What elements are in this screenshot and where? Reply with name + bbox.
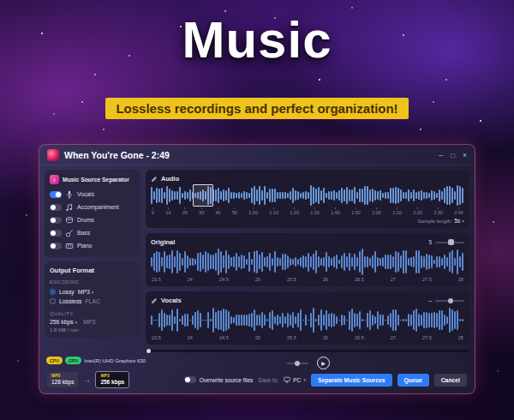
tick-label: 28: [458, 335, 463, 340]
timeline-scrollbar[interactable]: [146, 350, 469, 352]
maximize-icon[interactable]: □: [451, 151, 455, 159]
lossless-label: Lossless: [59, 298, 81, 304]
stem-row: Bass: [50, 226, 135, 239]
stem-toggle[interactable]: [50, 243, 62, 249]
tick-label: 1:50: [351, 207, 361, 215]
tick-label: 1:30: [310, 207, 320, 215]
queue-button[interactable]: Queue: [397, 374, 429, 387]
tick-label: 24: [188, 335, 193, 340]
sidebar: ♪ Music Source Separator Vocals Accompan…: [45, 170, 140, 366]
tick-label: 24.5: [219, 277, 229, 282]
slider-thumb[interactable]: [448, 239, 454, 245]
audio-waveform-wrap: [151, 185, 464, 206]
original-waveform[interactable]: [151, 249, 464, 275]
vocals-time-ruler: 23.52424.52525.52626.52727.528: [151, 335, 464, 340]
chevron-down-icon: ▾: [462, 219, 464, 224]
minus-icon[interactable]: –: [428, 297, 432, 303]
lossless-option[interactable]: Lossless FLAC: [50, 297, 135, 306]
stem-toggle[interactable]: [50, 204, 62, 211]
sample-length-value: 5s: [455, 218, 461, 224]
overwrite-toggle[interactable]: [184, 376, 196, 383]
tick-label: 2:00: [372, 207, 381, 215]
arrow-right-icon: →: [83, 376, 90, 384]
save-location-dropdown[interactable]: PC ▾: [284, 376, 306, 383]
lossy-format-value: MP3: [78, 289, 90, 295]
stem-row: Drums: [50, 213, 135, 226]
output-format-card: Output Format ENCODING Lossy MP3 ▾ Lossl…: [45, 261, 140, 338]
stem-row: Piano: [50, 239, 135, 252]
drum-icon: [65, 216, 74, 225]
tick-label: 25.5: [287, 335, 296, 340]
tick-label: 25.5: [287, 277, 296, 282]
transport-bar: ▶: [146, 350, 469, 369]
tick-label: 27.5: [422, 335, 432, 340]
overwrite-group: Overwrite source files: [184, 376, 254, 383]
music-notes-icon: [65, 203, 74, 212]
audio-panel-title: Audio: [161, 175, 179, 183]
vocals-panel: Vocals – 23.52424.52525.52626.52727.528: [146, 291, 469, 345]
minimize-icon[interactable]: –: [439, 151, 443, 159]
tick-label: 24: [188, 277, 193, 282]
chevron-down-icon: ▾: [303, 377, 306, 382]
sample-length-dropdown[interactable]: 5s ▾: [455, 218, 464, 224]
tick-label: 1:40: [331, 207, 340, 215]
separator-title: Music Source Separator: [63, 177, 129, 183]
close-icon[interactable]: ×: [463, 151, 467, 159]
slider-thumb[interactable]: [295, 361, 300, 366]
vocals-gain-group: –: [428, 297, 464, 303]
sample-length-row: Sample length: 5s ▾: [151, 218, 464, 224]
slider-thumb[interactable]: [448, 298, 453, 303]
footer-bar: MP3 128 kbps → MP3 256 kbps Overwrite so…: [39, 370, 475, 393]
audio-time-ruler: 010203040501:001:101:201:301:401:502:002…: [151, 207, 464, 215]
source-format-badge: MP3 128 kbps: [47, 372, 78, 387]
vocals-gain-slider[interactable]: [435, 300, 464, 302]
stem-label: Vocals: [77, 191, 94, 197]
tick-label: 2:10: [392, 207, 402, 215]
sample-length-label: Sample length:: [418, 219, 452, 224]
tick-label: 26.5: [355, 277, 364, 282]
original-panel-title: Original: [151, 238, 175, 246]
microphone-icon: [65, 190, 74, 199]
scrollbar-handle[interactable]: [146, 349, 151, 353]
separate-button[interactable]: Separate Music Sources: [311, 374, 392, 387]
lossy-radio[interactable]: [50, 289, 56, 295]
sample-selection-handle[interactable]: [193, 184, 213, 207]
tick-label: 26.5: [355, 335, 364, 340]
vocals-waveform[interactable]: [151, 307, 464, 333]
stem-toggle[interactable]: [50, 191, 62, 198]
target-format-badge[interactable]: MP3 256 kbps: [95, 371, 129, 387]
stem-row: Accompaniment: [50, 201, 135, 213]
tick-label: 10: [165, 207, 170, 215]
stem-toggle[interactable]: [50, 217, 62, 224]
chevron-down-icon: ▾: [92, 290, 94, 295]
tick-label: 20: [182, 207, 188, 215]
cancel-button[interactable]: Cancel: [434, 374, 467, 387]
app-window: When You're Gone - 2:49 – □ × ♪ Music So…: [39, 144, 475, 394]
tick-label: 26: [323, 277, 328, 282]
chevron-down-icon: ▾: [75, 320, 78, 325]
bitrate-dropdown[interactable]: 256 kbps ▾: [50, 319, 77, 325]
window-content: ♪ Music Source Separator Vocals Accompan…: [39, 165, 475, 370]
tick-label: 27: [391, 277, 396, 282]
stem-list: Vocals Accompaniment Drums Bass Piano: [50, 188, 135, 252]
playback-controls: ▶: [146, 357, 469, 369]
lossy-option[interactable]: Lossy MP3 ▾: [50, 287, 135, 297]
overwrite-label: Overwrite source files: [200, 377, 254, 383]
lossless-radio[interactable]: [50, 298, 56, 304]
device-row[interactable]: CPU GPU Intel(R) UHD Graphics 630: [45, 355, 140, 366]
stem-toggle[interactable]: [50, 230, 62, 237]
play-button[interactable]: ▶: [317, 357, 330, 369]
cpu-badge: CPU: [46, 357, 63, 364]
audio-panel: Audio 010203040501:001:101:201:301:401:5…: [146, 170, 469, 228]
pencil-icon: [151, 297, 158, 304]
tick-label: 40: [216, 207, 221, 215]
lossy-format-dropdown[interactable]: MP3 ▾: [78, 289, 94, 295]
tick-label: 27: [391, 335, 396, 340]
separator-header: ♪ Music Source Separator: [50, 175, 135, 184]
tick-label: 50: [232, 207, 237, 215]
original-gain-slider[interactable]: [435, 242, 464, 243]
volume-slider[interactable]: [286, 363, 308, 364]
stem-label: Accompaniment: [77, 204, 119, 210]
quality-row: 256 kbps ▾ MP3: [50, 319, 135, 325]
tick-label: 23.5: [152, 277, 161, 282]
